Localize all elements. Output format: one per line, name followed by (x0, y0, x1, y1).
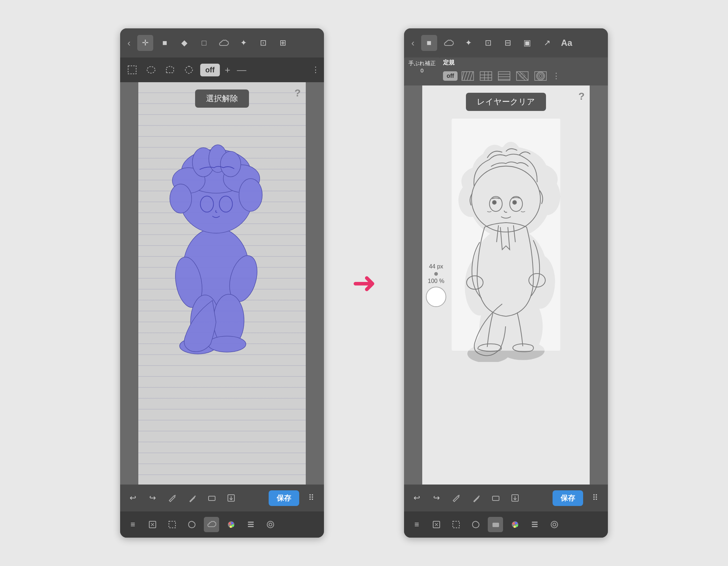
left-tool-move[interactable]: ✛ (137, 35, 153, 51)
left-menu-button[interactable]: ≡ (125, 517, 141, 532)
right-selection2-button[interactable] (448, 517, 464, 532)
left-off-button[interactable]: off (200, 64, 220, 76)
right-ruler-lines[interactable] (496, 68, 512, 84)
left-help-button[interactable]: ? (294, 87, 301, 99)
svg-point-86 (513, 522, 515, 525)
right-tool-fill2[interactable]: ▣ (519, 35, 535, 51)
left-select-ellipse[interactable] (143, 62, 159, 77)
svg-rect-30 (248, 522, 254, 523)
right-ruler-hatching[interactable] (460, 68, 476, 84)
right-tool-cursor[interactable]: ↗ (539, 35, 555, 51)
left-palette-button[interactable] (223, 517, 239, 532)
right-chibi-svg (442, 107, 570, 362)
right-ruler-off-button[interactable]: off (443, 71, 458, 81)
right-tool-magic[interactable]: ✦ (460, 35, 476, 51)
svg-point-94 (551, 521, 558, 528)
left-toolbar-bottom2: ≡ (120, 511, 324, 538)
left-export-button[interactable] (223, 490, 239, 506)
right-canvas: レイヤークリア ? 44 px 100 % (422, 85, 590, 485)
left-tool-cloud[interactable] (216, 35, 232, 51)
left-pencil-edit-button[interactable] (165, 490, 180, 506)
right-layers-button[interactable] (527, 517, 542, 532)
right-ruler-combined: 手ぶれ補正 0 定規 off (404, 57, 608, 85)
right-phone: ‹ ■ ✦ ⊡ ⊟ ▣ ↗ Aa 手ぶれ補正 0 定規 off (404, 28, 608, 538)
right-tool-cloud[interactable] (441, 35, 457, 51)
right-ruler-more[interactable]: ⋮ (552, 71, 560, 81)
right-export-button[interactable] (507, 490, 523, 506)
svg-line-37 (464, 72, 467, 80)
left-select-rect[interactable] (124, 62, 140, 77)
left-tool-rect[interactable]: ■ (157, 35, 173, 51)
right-opacity-label: 100 % (428, 278, 444, 284)
right-ruler-grid[interactable] (478, 68, 494, 84)
left-eraser-button[interactable] (204, 490, 219, 506)
right-eraser-button[interactable] (488, 490, 503, 506)
right-ruler-concentric[interactable] (533, 68, 549, 84)
svg-point-88 (516, 525, 518, 527)
left-minus-button[interactable]: — (236, 64, 248, 76)
svg-point-87 (515, 522, 517, 524)
right-lasso-button[interactable] (468, 517, 483, 532)
right-toolbar-top: ‹ ■ ✦ ⊡ ⊟ ▣ ↗ Aa (404, 28, 608, 57)
left-back-button[interactable]: ‹ (124, 37, 134, 49)
right-help-button[interactable]: ? (578, 91, 585, 102)
left-tool-magic[interactable]: ✦ (236, 35, 252, 51)
right-toolbar-bottom: ↩ ↪ 保存 ⠿ (404, 485, 608, 511)
right-redo-button[interactable]: ↪ (429, 490, 444, 506)
left-toolbar-bottom: ↩ ↪ 保存 ⠿ (120, 485, 324, 511)
left-more-button[interactable]: ⋮ (312, 65, 320, 75)
right-back-button[interactable]: ‹ (408, 37, 418, 49)
right-pencil-edit-button[interactable] (448, 490, 464, 506)
svg-rect-92 (532, 526, 538, 527)
right-tool-rect[interactable]: ■ (421, 35, 437, 51)
svg-point-11 (170, 184, 192, 213)
right-pencil-button[interactable] (468, 490, 483, 506)
left-plus-button[interactable]: + (223, 64, 232, 76)
left-chibi-character (156, 111, 276, 360)
left-redo-button[interactable]: ↪ (145, 490, 160, 506)
left-grid-button[interactable]: ⠿ (304, 490, 319, 506)
svg-rect-21 (209, 496, 215, 501)
right-ruler-section: 定規 off (440, 57, 608, 85)
svg-rect-90 (532, 522, 538, 523)
svg-point-26 (229, 522, 231, 525)
svg-rect-83 (453, 521, 459, 528)
right-eraser2-button[interactable] (488, 517, 503, 532)
svg-point-1 (147, 67, 155, 73)
right-edit2-button[interactable] (429, 517, 444, 532)
left-lasso-button[interactable] (184, 517, 199, 532)
left-canvas-area: 選択解除 ? (120, 82, 324, 485)
left-pencil-button[interactable] (184, 490, 199, 506)
right-tool-text[interactable]: Aa (559, 35, 575, 51)
right-grid-button[interactable]: ⠿ (587, 490, 603, 506)
right-save-button[interactable]: 保存 (553, 490, 583, 506)
left-settings-button[interactable] (263, 517, 278, 532)
left-undo-button[interactable]: ↩ (125, 490, 141, 506)
right-settings-button[interactable] (547, 517, 562, 532)
right-hand-correction[interactable]: 手ぶれ補正 0 (404, 57, 440, 85)
svg-rect-84 (492, 523, 499, 527)
left-select-poly[interactable] (162, 62, 178, 77)
right-ruler-label: 定規 (443, 59, 605, 67)
left-tool-fill[interactable]: ◆ (177, 35, 193, 51)
hand-correction-label: 手ぶれ補正 (408, 60, 436, 67)
svg-rect-32 (248, 526, 254, 527)
svg-point-54 (538, 73, 543, 79)
left-tool-shape[interactable]: □ (196, 35, 212, 51)
left-selection2-button[interactable] (165, 517, 180, 532)
left-save-button[interactable]: 保存 (269, 490, 299, 506)
right-tool-cut[interactable]: ⊟ (500, 35, 516, 51)
left-select-lasso[interactable] (181, 62, 197, 77)
right-tool-transform[interactable]: ⊡ (480, 35, 496, 51)
left-cloud2-button[interactable] (204, 517, 219, 532)
left-tool-transform[interactable]: ⊡ (255, 35, 271, 51)
left-edit2-button[interactable] (145, 517, 160, 532)
svg-rect-31 (248, 524, 254, 525)
left-tool-grid[interactable]: ⊞ (275, 35, 291, 51)
right-menu-button[interactable]: ≡ (409, 517, 424, 532)
left-layers-button[interactable] (243, 517, 258, 532)
right-ruler-tools-row: off (443, 68, 605, 84)
right-ruler-slash[interactable] (514, 68, 530, 84)
right-undo-button[interactable]: ↩ (409, 490, 424, 506)
right-palette-button[interactable] (507, 517, 523, 532)
